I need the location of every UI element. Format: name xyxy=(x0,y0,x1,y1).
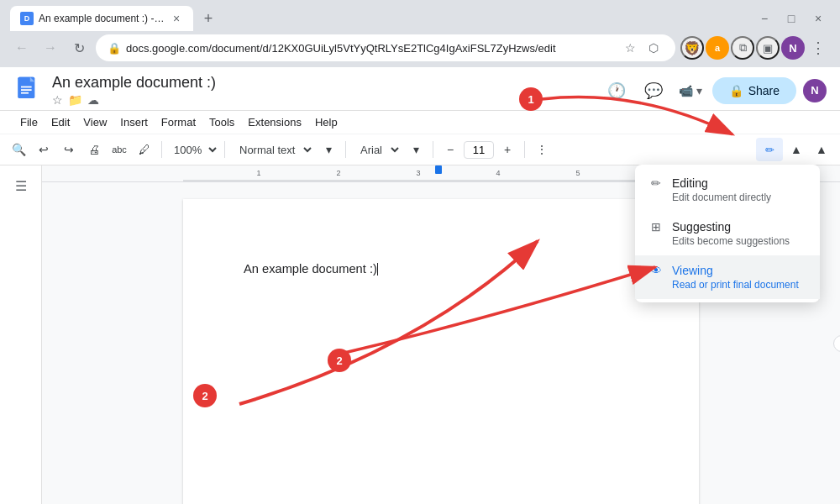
docs-header-left: An example document :) ☆ 📁 ☁ xyxy=(13,74,216,107)
amazon-extension-button[interactable]: a xyxy=(706,36,729,60)
viewing-title: Viewing xyxy=(672,264,713,277)
menu-view[interactable]: View xyxy=(76,113,113,132)
browser-more-button[interactable]: ⋮ xyxy=(806,36,830,60)
font-select[interactable]: Arial xyxy=(351,139,402,161)
close-window-button[interactable]: × xyxy=(806,7,830,30)
docs-header-right: 🕐 💬 📹 ▾ 🔒 Share N xyxy=(601,76,827,106)
tab-title: An example document :) - Goog xyxy=(39,13,165,24)
split-view-button[interactable]: ▣ xyxy=(756,36,780,60)
svg-text:2: 2 xyxy=(336,169,340,177)
folder-icon[interactable]: 📁 xyxy=(68,93,82,107)
menu-insert[interactable]: Insert xyxy=(113,113,155,132)
search-toolbar-button[interactable]: 🔍 xyxy=(7,138,30,161)
spell-check-button[interactable]: abc xyxy=(108,138,131,161)
profile-icon[interactable]: N xyxy=(781,36,805,60)
menu-file[interactable]: File xyxy=(13,113,45,132)
back-button[interactable]: ← xyxy=(10,36,34,60)
address-input[interactable]: 🔒 docs.google.com/document/d/12KX0GUiLyl… xyxy=(96,34,675,61)
star-icon[interactable]: ☆ xyxy=(52,93,63,107)
toolbar-separator-3 xyxy=(345,141,346,158)
browser-right-icons: 🦁 a ⧉ ▣ N ⋮ xyxy=(680,36,830,60)
viewing-mode-header: 👁 Viewing xyxy=(648,264,806,277)
ruler-svg: 1 2 3 4 5 xyxy=(183,165,699,182)
redo-button[interactable]: ↪ xyxy=(57,138,81,161)
edit-mode-button[interactable]: ✏ xyxy=(756,138,783,161)
maximize-button[interactable]: □ xyxy=(780,7,803,30)
doc-page[interactable]: An example document :) xyxy=(183,199,699,504)
right-panel-toggle[interactable]: › xyxy=(833,335,840,352)
toolbar: 🔍 ↩ ↪ 🖨 abc 🖊 100% Normal text ▾ Arial ▾… xyxy=(0,134,840,165)
editing-mode-item[interactable]: ✏ Editing Edit document directly xyxy=(635,168,820,212)
toolbar-separator-2 xyxy=(224,141,225,158)
forward-button[interactable]: → xyxy=(39,36,62,60)
style-select[interactable]: Normal text xyxy=(230,139,315,161)
extensions-button[interactable]: ⧉ xyxy=(731,36,754,60)
editing-mode-header: ✏ Editing xyxy=(648,176,806,190)
lock-icon: 🔒 xyxy=(108,42,121,55)
edit-mode-dropdown: ✏ Editing Edit document directly ⊞ Sugge… xyxy=(635,165,820,302)
menu-format[interactable]: Format xyxy=(155,113,202,132)
menu-extensions[interactable]: Extensions xyxy=(241,113,308,132)
font-dropdown-button[interactable]: ▾ xyxy=(404,138,428,161)
doc-sidebar: ☰ xyxy=(0,165,42,504)
editing-pencil-icon: ✏ xyxy=(648,176,664,190)
print-button[interactable]: 🖨 xyxy=(82,138,106,161)
share-lock-icon: 🔒 xyxy=(729,84,743,97)
new-tab-button[interactable]: + xyxy=(197,7,220,30)
active-tab[interactable]: D An example document :) - Goog × xyxy=(10,6,193,31)
comment-button[interactable]: 💬 xyxy=(638,76,669,106)
viewing-mode-item[interactable]: 👁 Viewing Read or print final document xyxy=(635,255,820,299)
docs-profile-icon[interactable]: N xyxy=(803,79,827,102)
text-cursor xyxy=(377,263,378,276)
share-page-button[interactable]: ⬡ xyxy=(643,38,664,58)
minimize-button[interactable]: − xyxy=(753,7,776,30)
suggesting-icon: ⊞ xyxy=(648,220,664,234)
svg-rect-5 xyxy=(21,92,29,93)
share-label: Share xyxy=(748,84,780,97)
font-size-input[interactable] xyxy=(464,141,494,159)
history-button[interactable]: 🕐 xyxy=(601,76,632,106)
tab-favicon: D xyxy=(20,12,34,25)
mode-chevron-button[interactable]: ▲ xyxy=(785,138,808,161)
paint-format-button[interactable]: 🖊 xyxy=(133,138,156,161)
suggesting-mode-item[interactable]: ⊞ Suggesting Edits become suggestions xyxy=(635,212,820,255)
doc-content[interactable]: An example document :) xyxy=(244,260,638,278)
suggesting-mode-header: ⊞ Suggesting xyxy=(648,220,806,234)
zoom-select[interactable]: 100% xyxy=(167,141,219,159)
svg-text:1: 1 xyxy=(256,169,260,177)
title-bar: D An example document :) - Goog × + − □ … xyxy=(0,0,840,30)
address-bar: ← → ↻ 🔒 docs.google.com/document/d/12KX0… xyxy=(0,30,840,67)
ruler-inner: 1 2 3 4 5 xyxy=(183,165,699,182)
font-size-increase-button[interactable]: + xyxy=(496,138,519,161)
tab-close-button[interactable]: × xyxy=(170,12,183,25)
share-button[interactable]: 🔒 Share xyxy=(712,77,796,104)
annotation-2: 2 xyxy=(193,384,217,407)
menu-edit[interactable]: Edit xyxy=(45,113,76,132)
brave-icon-button[interactable]: 🦁 xyxy=(680,36,704,60)
more-toolbar-button[interactable]: ⋮ xyxy=(530,138,554,161)
toolbar-right: ✏ ▲ ▲ ✏ Editing Edit document directly ⊞… xyxy=(756,138,833,161)
undo-button[interactable]: ↩ xyxy=(32,138,55,161)
docs-title-icons: ☆ 📁 ☁ xyxy=(52,93,216,107)
style-dropdown-button[interactable]: ▾ xyxy=(317,138,340,161)
meet-button[interactable]: 📹 ▾ xyxy=(675,76,706,106)
sidebar-hamburger-icon[interactable]: ☰ xyxy=(8,172,34,199)
menu-tools[interactable]: Tools xyxy=(202,113,241,132)
toolbar-separator-4 xyxy=(433,141,433,158)
toolbar-separator-5 xyxy=(524,141,525,158)
cloud-icon[interactable]: ☁ xyxy=(87,93,99,107)
font-size-decrease-button[interactable]: − xyxy=(438,138,462,161)
bookmark-button[interactable]: ☆ xyxy=(620,38,640,58)
reload-button[interactable]: ↻ xyxy=(67,36,91,60)
svg-text:4: 4 xyxy=(496,169,500,177)
toolbar-collapse-button[interactable]: ▲ xyxy=(810,138,833,161)
menu-help[interactable]: Help xyxy=(308,113,344,132)
svg-text:3: 3 xyxy=(416,169,420,177)
menu-bar: File Edit View Insert Format Tools Exten… xyxy=(0,111,840,134)
suggesting-title: Suggesting xyxy=(672,220,731,234)
window-controls: − □ × xyxy=(753,7,830,30)
tab-strip: D An example document :) - Goog × + xyxy=(10,6,220,31)
address-bar-icons: ☆ ⬡ xyxy=(620,38,664,58)
docs-logo xyxy=(13,76,44,106)
viewing-subtitle: Read or print final document xyxy=(672,279,806,291)
